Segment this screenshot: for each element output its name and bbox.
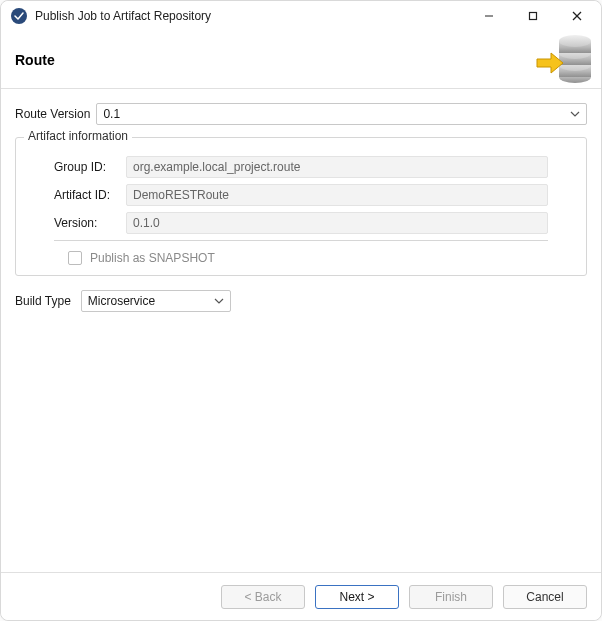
cancel-button-label: Cancel [526, 590, 563, 604]
app-icon [11, 8, 27, 24]
group-id-value: org.example.local_project.route [133, 160, 300, 174]
snapshot-checkbox[interactable] [68, 251, 82, 265]
group-id-row: Group ID: org.example.local_project.rout… [54, 156, 548, 178]
snapshot-row: Publish as SNAPSHOT [68, 251, 548, 265]
artifact-information-legend: Artifact information [24, 129, 132, 143]
version-value: 0.1.0 [133, 216, 160, 230]
build-type-label: Build Type [15, 294, 71, 308]
back-button-label: < Back [244, 590, 281, 604]
snapshot-label: Publish as SNAPSHOT [90, 251, 215, 265]
wizard-content: Route Version 0.1 Artifact information G… [1, 89, 601, 572]
finish-button[interactable]: Finish [409, 585, 493, 609]
wizard-footer: < Back Next > Finish Cancel [1, 572, 601, 620]
titlebar: Publish Job to Artifact Repository [1, 1, 601, 31]
route-version-row: Route Version 0.1 [15, 103, 587, 125]
wizard-header: Route [1, 31, 601, 89]
back-button[interactable]: < Back [221, 585, 305, 609]
version-row: Version: 0.1.0 [54, 212, 548, 234]
route-version-select[interactable]: 0.1 [96, 103, 587, 125]
window-title: Publish Job to Artifact Repository [35, 9, 211, 23]
group-id-label: Group ID: [54, 160, 126, 174]
artifact-id-value: DemoRESTRoute [133, 188, 229, 202]
page-title: Route [15, 52, 55, 68]
group-id-field: org.example.local_project.route [126, 156, 548, 178]
version-label: Version: [54, 216, 126, 230]
cancel-button[interactable]: Cancel [503, 585, 587, 609]
database-publish-icon [535, 27, 597, 92]
version-field: 0.1.0 [126, 212, 548, 234]
svg-point-10 [559, 35, 591, 47]
artifact-id-field: DemoRESTRoute [126, 184, 548, 206]
route-version-label: Route Version [15, 107, 90, 121]
build-type-row: Build Type Microservice [15, 290, 587, 312]
svg-rect-1 [530, 13, 537, 20]
build-type-value: Microservice [88, 294, 155, 308]
maximize-button[interactable] [511, 2, 555, 30]
artifact-id-label: Artifact ID: [54, 188, 126, 202]
build-type-select[interactable]: Microservice [81, 290, 231, 312]
finish-button-label: Finish [435, 590, 467, 604]
next-button-label: Next > [339, 590, 374, 604]
artifact-id-row: Artifact ID: DemoRESTRoute [54, 184, 548, 206]
chevron-down-icon [214, 298, 224, 304]
close-button[interactable] [555, 2, 599, 30]
minimize-button[interactable] [467, 2, 511, 30]
route-version-value: 0.1 [103, 107, 120, 121]
separator [54, 240, 548, 241]
chevron-down-icon [570, 111, 580, 117]
next-button[interactable]: Next > [315, 585, 399, 609]
dialog-window: Publish Job to Artifact Repository Route [0, 0, 602, 621]
artifact-information-group: Artifact information Group ID: org.examp… [15, 137, 587, 276]
